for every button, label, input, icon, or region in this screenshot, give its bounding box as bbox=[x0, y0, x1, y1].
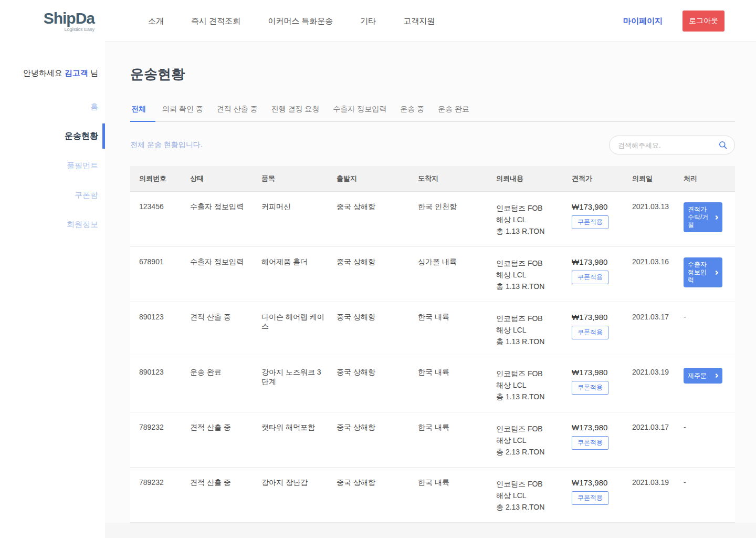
action-cell: - bbox=[675, 478, 735, 487]
tab-request-confirming[interactable]: 의뢰 확인 중 bbox=[155, 105, 210, 121]
quote-price-cell: ₩173,980 쿠폰적용 bbox=[563, 313, 623, 339]
quote-price-cell: ₩173,980 쿠폰적용 bbox=[563, 257, 623, 284]
logo-area: ShipDa Logistics Easy bbox=[0, 0, 105, 42]
request-detail-line: 총 1.13 R.TON bbox=[496, 281, 563, 292]
row-action-label: 재주문 bbox=[688, 372, 707, 379]
action-cell: - bbox=[675, 313, 735, 321]
shipda-logo[interactable]: ShipDa Logistics Easy bbox=[44, 11, 94, 32]
shipment-status: 견적 산출 중 bbox=[181, 313, 253, 322]
request-date: 2021.03.17 bbox=[623, 423, 675, 431]
table-row: 890123 견적 산출 중 다이슨 헤어랩 케이스 중국 상해항 한국 내륙 … bbox=[130, 302, 735, 357]
sidebar-item-shipping-status[interactable]: 운송현황 bbox=[0, 121, 105, 151]
request-detail-line: 해상 LCL bbox=[496, 324, 563, 336]
logo-tagline: Logistics Easy bbox=[44, 27, 94, 32]
coupon-applied-badge[interactable]: 쿠폰적용 bbox=[572, 381, 608, 395]
destination: 한국 내륙 bbox=[409, 368, 487, 377]
coupon-applied-badge[interactable]: 쿠폰적용 bbox=[572, 436, 608, 450]
sidebar-item-fulfillment[interactable]: 풀필먼트 bbox=[0, 151, 105, 180]
request-id: 890123 bbox=[130, 313, 181, 321]
action-cell: 재주문 bbox=[675, 368, 735, 384]
search-box bbox=[609, 136, 735, 154]
coupon-applied-badge[interactable]: 쿠폰적용 bbox=[572, 326, 608, 339]
coupon-applied-badge[interactable]: 쿠폰적용 bbox=[572, 271, 608, 284]
item-name: 강아지 노즈워크 3단계 bbox=[253, 368, 328, 387]
tab-in-transit[interactable]: 운송 중 bbox=[393, 105, 431, 121]
toolbar: 전체 운송 현황입니다. bbox=[130, 136, 735, 154]
request-date: 2021.03.16 bbox=[623, 257, 675, 266]
request-detail-line: 인코텀즈 FOB bbox=[496, 202, 563, 214]
sidebar-item-label: 홈 bbox=[90, 102, 98, 112]
request-detail-line: 해상 LCL bbox=[496, 214, 563, 225]
col-header-process: 처리 bbox=[675, 174, 735, 183]
request-detail-line: 총 1.13 R.TON bbox=[496, 336, 563, 347]
request-details: 인코텀즈 FOB해상 LCL총 1.13 R.TON bbox=[487, 313, 563, 347]
logout-button[interactable]: 로그아웃 bbox=[682, 11, 724, 32]
sidebar-menu: 홈 운송현황 풀필먼트 쿠폰함 회원정보 bbox=[0, 92, 105, 239]
coupon-applied-badge[interactable]: 쿠폰적용 bbox=[572, 491, 608, 505]
chevron-right-icon bbox=[714, 374, 718, 378]
footer-band bbox=[105, 523, 756, 538]
destination: 한국 내륙 bbox=[409, 478, 487, 488]
request-date: 2021.03.19 bbox=[623, 368, 675, 376]
tab-exporter-info[interactable]: 수출자 정보입력 bbox=[326, 105, 393, 121]
quote-price-cell: ₩173,980 쿠폰적용 bbox=[563, 368, 623, 395]
request-detail-line: 인코텀즈 FOB bbox=[496, 257, 563, 269]
sidebar-item-member-info[interactable]: 회원정보 bbox=[0, 210, 105, 239]
coupon-applied-badge[interactable]: 쿠폰적용 bbox=[572, 215, 608, 229]
search-icon[interactable] bbox=[719, 141, 727, 149]
tab-quote-calculating[interactable]: 견적 산출 중 bbox=[210, 105, 265, 121]
quote-price: ₩173,980 bbox=[572, 478, 623, 487]
origin: 중국 상해항 bbox=[328, 368, 409, 377]
col-header-request-details: 의뢰내용 bbox=[487, 174, 563, 183]
request-detail-line: 총 2.13 R.TON bbox=[496, 446, 563, 458]
nav-item-etc[interactable]: 기타 bbox=[360, 16, 376, 26]
request-detail-line: 해상 LCL bbox=[496, 434, 563, 446]
col-header-request-date: 의뢰일 bbox=[623, 174, 675, 183]
chevron-right-icon bbox=[714, 215, 718, 219]
nav-item-instant-quote[interactable]: 즉시 견적조회 bbox=[191, 16, 240, 26]
tab-all[interactable]: 전체 bbox=[130, 105, 155, 122]
nav-item-ecommerce-shipping[interactable]: 이커머스 특화운송 bbox=[268, 16, 333, 26]
tab-proceed-decision[interactable]: 진행 결정 요청 bbox=[265, 105, 327, 121]
item-name: 캣타워 해먹포함 bbox=[253, 423, 328, 432]
action-cell: - bbox=[675, 423, 735, 431]
destination: 한국 내륙 bbox=[409, 423, 487, 432]
request-detail-line: 해상 LCL bbox=[496, 379, 563, 391]
quote-price: ₩173,980 bbox=[572, 368, 623, 377]
logo-text: ShipDa bbox=[44, 11, 94, 26]
request-detail-line: 인코텀즈 FOB bbox=[496, 313, 563, 324]
row-action-label: 견적가 수락/거절 bbox=[688, 205, 708, 229]
request-id: 678901 bbox=[130, 257, 181, 266]
row-action-button[interactable]: 재주문 bbox=[684, 368, 722, 384]
quote-price-cell: ₩173,980 쿠폰적용 bbox=[563, 202, 623, 229]
user-name: 김고객 bbox=[65, 68, 88, 77]
destination: 한국 인천항 bbox=[409, 202, 487, 212]
nav-item-support[interactable]: 고객지원 bbox=[403, 16, 435, 26]
request-date: 2021.03.17 bbox=[623, 313, 675, 321]
table-row: 678901 수출자 정보입력 헤어제품 홀더 중국 상해항 싱가폴 내륙 인코… bbox=[130, 247, 735, 302]
shipment-status: 수출자 정보입력 bbox=[181, 257, 253, 267]
sidebar-item-home[interactable]: 홈 bbox=[0, 92, 105, 121]
shipment-status: 운송 완료 bbox=[181, 368, 253, 377]
search-input[interactable] bbox=[618, 141, 719, 149]
request-id: 789232 bbox=[130, 423, 181, 431]
tab-completed[interactable]: 운송 완료 bbox=[431, 105, 476, 121]
row-action-label: 수출자 정보입력 bbox=[688, 261, 707, 284]
origin: 중국 상해항 bbox=[328, 423, 409, 432]
row-action-button[interactable]: 견적가 수락/거절 bbox=[684, 202, 722, 232]
mypage-link[interactable]: 마이페이지 bbox=[623, 16, 663, 26]
sidebar-item-label: 회원정보 bbox=[67, 220, 98, 230]
table-row: 789232 견적 산출 중 캣타워 해먹포함 중국 상해항 한국 내륙 인코텀… bbox=[130, 412, 735, 468]
greeting-prefix: 안녕하세요 bbox=[23, 68, 65, 77]
row-action-button[interactable]: 수출자 정보입력 bbox=[684, 257, 722, 287]
shipment-status: 견적 산출 중 bbox=[181, 478, 253, 488]
item-name: 강아지 장난감 bbox=[253, 478, 328, 488]
sidebar-item-coupon-box[interactable]: 쿠폰함 bbox=[0, 180, 105, 210]
action-cell: 수출자 정보입력 bbox=[675, 257, 735, 287]
request-detail-line: 해상 LCL bbox=[496, 269, 563, 281]
col-header-quote-price: 견적가 bbox=[563, 174, 623, 183]
origin: 중국 상해항 bbox=[328, 202, 409, 212]
request-details: 인코텀즈 FOB해상 LCL총 1.13 R.TON bbox=[487, 202, 563, 237]
nav-item-about[interactable]: 소개 bbox=[148, 16, 164, 26]
shipments-table: 의뢰번호 상태 품목 출발지 도착지 의뢰내용 견적가 의뢰일 처리 12345… bbox=[130, 166, 735, 523]
